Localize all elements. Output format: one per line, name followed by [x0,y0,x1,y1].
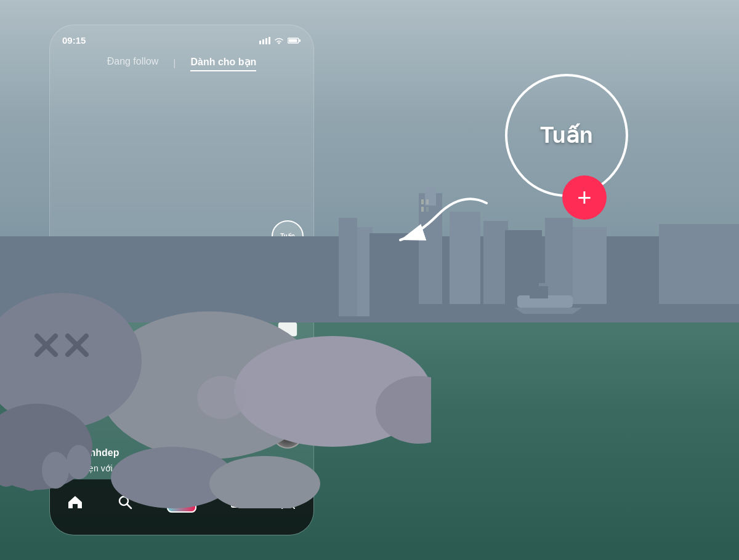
plus-icon: + [177,494,186,511]
svg-rect-43 [289,39,297,42]
nav-plus[interactable]: + [167,492,196,513]
annotation-plus-button[interactable]: + [562,175,607,220]
wifi-icon [274,37,284,44]
svg-point-46 [280,379,285,384]
svg-rect-9 [659,224,739,304]
music-title: Có hẹn với thanh xuân [70,463,158,473]
svg-rect-14 [426,199,429,204]
nav-divider: | [173,56,176,71]
video-music[interactable]: ♫ Có hẹn với thanh xuân [60,463,264,473]
svg-rect-36 [259,41,261,44]
battery-icon [288,37,301,44]
annotation-circle: Tuấn [505,74,628,197]
profile-icon [280,494,297,511]
for-you-tab[interactable]: Dành cho bạn [190,56,256,71]
music-disc-inner: 🎵 [282,428,293,439]
annotation-plus-icon: + [577,184,591,212]
nav-home[interactable] [67,494,84,511]
svg-point-45 [290,384,295,389]
annotation-circle-text: Tuấn [540,122,592,148]
svg-rect-39 [269,37,270,44]
following-tab[interactable]: Đang follow [107,56,159,71]
svg-rect-42 [299,39,301,42]
svg-point-52 [285,497,291,503]
music-disc[interactable]: 🎵 [272,418,303,449]
share-icon-container [273,367,302,396]
signal-icon [259,37,270,44]
search-icon [116,494,134,511]
buildings-layer [0,187,739,325]
svg-rect-13 [421,199,424,204]
svg-rect-16 [426,207,429,212]
svg-rect-19 [530,286,548,298]
share-action[interactable]: Chia sẻ [273,367,302,408]
svg-rect-4 [483,221,508,304]
svg-point-40 [278,42,280,44]
bottom-nav: + [50,479,313,535]
svg-rect-3 [450,212,480,304]
svg-point-44 [290,374,295,379]
svg-line-47 [285,378,291,380]
home-icon [67,494,84,511]
inbox-icon [230,494,247,511]
svg-rect-15 [421,207,424,212]
nav-profile[interactable] [280,494,297,511]
comment-count: 462 [281,348,294,357]
svg-line-50 [127,505,132,509]
svg-rect-37 [262,39,264,44]
nav-tabs: Đang follow | Dành cho bạn [50,56,313,71]
status-time: 09:15 [62,35,86,46]
svg-rect-12 [370,233,419,316]
share-label: Chia sẻ [274,399,302,408]
create-button[interactable]: + [167,492,196,513]
video-username[interactable]: @taoanhdep [60,447,264,458]
svg-rect-51 [232,497,245,507]
status-bar: 09:15 [62,35,301,46]
boat-layer [511,280,585,319]
nav-search[interactable] [116,494,134,511]
music-note-icon: ♫ [60,463,67,473]
share-icon [278,372,297,391]
video-info: @taoanhdep ♫ Có hẹn với thanh xuân [60,447,264,473]
svg-rect-10 [339,218,357,316]
svg-rect-8 [610,236,659,304]
svg-line-48 [285,383,291,385]
nav-inbox[interactable] [230,494,247,511]
status-icons [259,37,301,44]
svg-rect-38 [265,38,267,44]
